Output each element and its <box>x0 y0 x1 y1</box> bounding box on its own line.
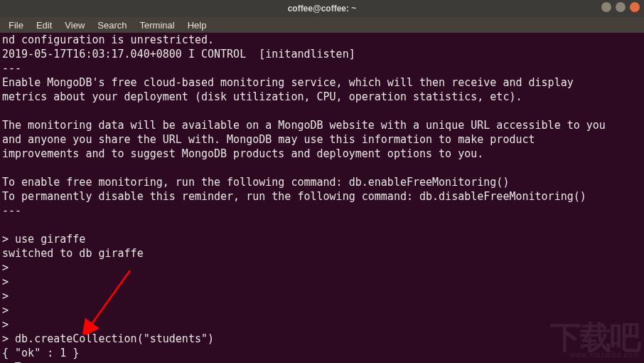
menubar: File Edit View Search Terminal Help <box>0 17 644 33</box>
window-title: coffee@coffee: ~ <box>288 4 357 14</box>
menu-search[interactable]: Search <box>92 19 132 32</box>
menu-view[interactable]: View <box>59 19 90 32</box>
menu-edit[interactable]: Edit <box>31 19 58 32</box>
close-icon[interactable] <box>630 2 640 12</box>
menu-terminal[interactable]: Terminal <box>134 19 181 32</box>
menu-help[interactable]: Help <box>182 19 213 32</box>
window-controls <box>601 2 640 12</box>
window-titlebar: coffee@coffee: ~ <box>0 0 644 17</box>
menu-file[interactable]: File <box>3 19 29 32</box>
watermark-text: 下载吧 <box>550 322 640 353</box>
minimize-icon[interactable] <box>601 2 611 12</box>
terminal-output[interactable]: nd configuration is unrestricted. 2019-0… <box>0 33 644 363</box>
maximize-icon[interactable] <box>616 2 626 12</box>
watermark: 下载吧 www.xiazaiba.com <box>550 322 640 359</box>
